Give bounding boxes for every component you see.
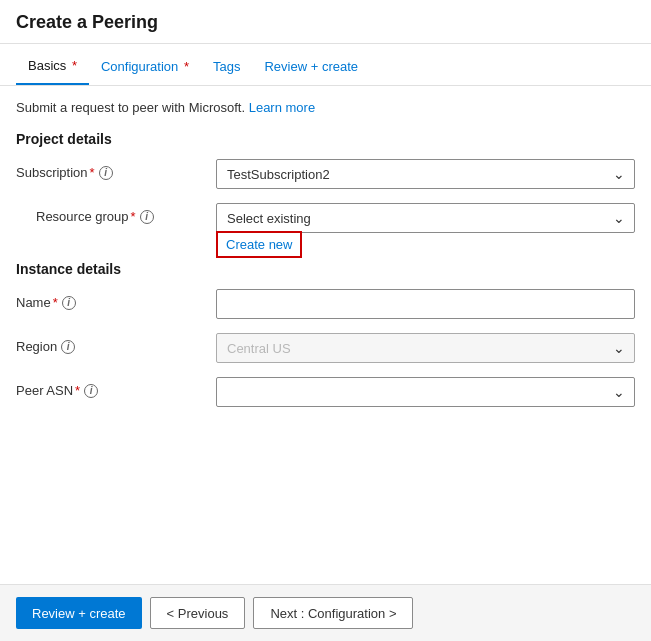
- peer-asn-select[interactable]: [216, 377, 635, 407]
- project-details-section: Project details Subscription * i TestSub…: [16, 131, 635, 233]
- tab-basics[interactable]: Basics *: [16, 48, 89, 85]
- region-info-icon[interactable]: i: [61, 340, 75, 354]
- region-select-wrapper: Central US: [216, 333, 635, 363]
- name-info-icon[interactable]: i: [62, 296, 76, 310]
- page-header: Create a Peering: [0, 0, 651, 44]
- project-details-title: Project details: [16, 131, 635, 147]
- subscription-select-wrapper: TestSubscription2: [216, 159, 635, 189]
- content-area: Submit a request to peer with Microsoft.…: [0, 86, 651, 584]
- tab-tags[interactable]: Tags: [201, 49, 252, 84]
- create-new-link[interactable]: Create new: [216, 231, 302, 258]
- info-text: Submit a request to peer with Microsoft.…: [16, 100, 635, 115]
- subscription-required: *: [90, 165, 95, 180]
- previous-button[interactable]: < Previous: [150, 597, 246, 629]
- name-label: Name * i: [16, 289, 216, 310]
- subscription-select[interactable]: TestSubscription2: [216, 159, 635, 189]
- resource-group-row: Resource group * i Select existing Creat…: [16, 203, 635, 233]
- basics-required-star: *: [72, 58, 77, 73]
- subscription-label: Subscription * i: [16, 159, 216, 180]
- name-required: *: [53, 295, 58, 310]
- region-control: Central US: [216, 333, 635, 363]
- name-control: [216, 289, 635, 319]
- tabs-bar: Basics * Configuration * Tags Review + c…: [0, 48, 651, 86]
- resource-group-label: Resource group * i: [16, 203, 216, 224]
- subscription-row: Subscription * i TestSubscription2: [16, 159, 635, 189]
- tab-configuration[interactable]: Configuration *: [89, 49, 201, 84]
- tab-review-create[interactable]: Review + create: [252, 49, 370, 84]
- rg-required: *: [131, 209, 136, 224]
- asn-info-icon[interactable]: i: [84, 384, 98, 398]
- instance-details-section: Instance details Name * i Region i Centr…: [16, 261, 635, 407]
- rg-info-icon[interactable]: i: [140, 210, 154, 224]
- asn-select-wrapper: [216, 377, 635, 407]
- instance-details-title: Instance details: [16, 261, 635, 277]
- page-title: Create a Peering: [16, 12, 635, 33]
- config-required-star: *: [184, 59, 189, 74]
- footer-bar: Review + create < Previous Next : Config…: [0, 584, 651, 641]
- subscription-control: TestSubscription2: [216, 159, 635, 189]
- subscription-info-icon[interactable]: i: [99, 166, 113, 180]
- learn-more-link[interactable]: Learn more: [249, 100, 315, 115]
- resource-group-control: Select existing Create new: [216, 203, 635, 233]
- rg-select-wrapper: Select existing: [216, 203, 635, 233]
- next-button[interactable]: Next : Configuration >: [253, 597, 413, 629]
- peer-asn-row: Peer ASN * i: [16, 377, 635, 407]
- region-select[interactable]: Central US: [216, 333, 635, 363]
- asn-required: *: [75, 383, 80, 398]
- region-label: Region i: [16, 333, 216, 354]
- peer-asn-control: [216, 377, 635, 407]
- name-input[interactable]: [216, 289, 635, 319]
- region-row: Region i Central US: [16, 333, 635, 363]
- resource-group-select[interactable]: Select existing: [216, 203, 635, 233]
- peer-asn-label: Peer ASN * i: [16, 377, 216, 398]
- review-create-button[interactable]: Review + create: [16, 597, 142, 629]
- name-row: Name * i: [16, 289, 635, 319]
